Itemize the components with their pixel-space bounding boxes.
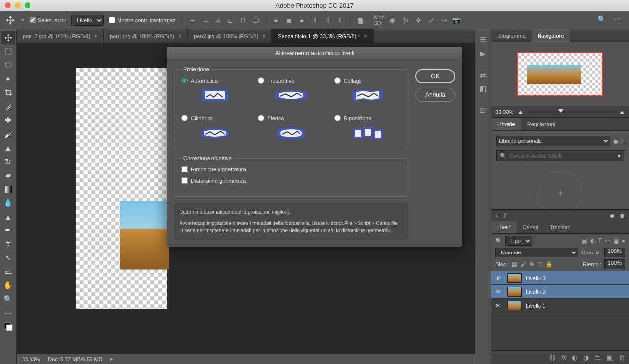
- path-select-tool[interactable]: ↖: [1, 252, 15, 264]
- paths-tab[interactable]: Tracciati: [544, 221, 576, 233]
- search-icon[interactable]: 🔍: [598, 15, 607, 25]
- projection-cylindrical-radio[interactable]: Cilindrica: [181, 115, 248, 121]
- layer-thumbnail[interactable]: [507, 273, 522, 283]
- clone-tool[interactable]: ▲: [1, 141, 15, 154]
- auto-align-icon[interactable]: ▦: [356, 15, 365, 25]
- add-library-item-icon[interactable]: +: [495, 213, 498, 219]
- projection-perspective-radio[interactable]: Prospettiva: [258, 77, 324, 84]
- lasso-tool[interactable]: [1, 59, 15, 72]
- color-panel-icon[interactable]: ◧: [479, 84, 486, 93]
- dodge-tool[interactable]: ▲: [1, 210, 15, 223]
- zoom-tool[interactable]: 🔍: [1, 293, 15, 306]
- eraser-tool[interactable]: ▰: [1, 169, 15, 182]
- adjustments-tab[interactable]: Regolazioni: [521, 118, 561, 130]
- list-view-icon[interactable]: ≡: [621, 138, 624, 144]
- link-layers-icon[interactable]: ⛓: [549, 354, 555, 361]
- distribute-bottom-icon[interactable]: ≡: [297, 15, 307, 25]
- marquee-tool[interactable]: [1, 45, 15, 58]
- geometric-checkbox[interactable]: Distorsione geometrica: [181, 177, 401, 184]
- layer-row[interactable]: 👁 Livello 2: [491, 285, 629, 299]
- actions-panel-icon[interactable]: ▶: [480, 49, 486, 58]
- filter-img-icon[interactable]: ▣: [582, 237, 587, 244]
- trash-icon[interactable]: 🗑: [620, 213, 625, 219]
- library-dropzone[interactable]: +: [538, 171, 582, 215]
- trash-icon[interactable]: 🗑: [619, 354, 625, 361]
- align-vcenter-icon[interactable]: ⫠: [200, 15, 210, 25]
- visibility-icon[interactable]: 👁: [495, 289, 503, 295]
- distribute-top-icon[interactable]: ≡: [271, 15, 281, 25]
- zoom-in-icon[interactable]: ▲: [619, 108, 625, 115]
- layer-row[interactable]: 👁 Livello 1: [491, 299, 629, 312]
- projection-spherical-radio[interactable]: Sferica: [258, 115, 324, 121]
- chevron-down-icon[interactable]: ▼: [21, 18, 25, 22]
- projection-collage-radio[interactable]: Collage: [334, 77, 401, 84]
- projection-reposition-radio[interactable]: Riposiziona: [334, 115, 401, 121]
- navigator-zoom-value[interactable]: 33,33%: [495, 109, 513, 115]
- align-left-icon[interactable]: ⊏: [226, 15, 236, 25]
- layer-name[interactable]: Livello 1: [526, 303, 545, 308]
- adjustment-layer-icon[interactable]: ◑: [583, 354, 589, 361]
- show-transform-checkbox[interactable]: Mostra contr. trasformaz.: [109, 17, 177, 23]
- layer-filter-kind[interactable]: Tipo: [505, 236, 532, 246]
- projection-auto-radio[interactable]: Automatica: [181, 77, 248, 84]
- fx-icon[interactable]: fx: [561, 354, 566, 361]
- libraries-tab[interactable]: Librerie: [491, 118, 521, 130]
- healing-tool[interactable]: ✚: [1, 114, 15, 127]
- align-top-icon[interactable]: ⫟: [187, 15, 197, 25]
- auto-select-checkbox[interactable]: Selez. auto:: [30, 17, 66, 23]
- blend-mode-select[interactable]: Normale: [495, 248, 578, 257]
- library-search-input[interactable]: [509, 153, 615, 159]
- doc-tab[interactable]: pan2.jpg @ 100% (RGB/8)×: [188, 29, 272, 43]
- eyedropper-tool[interactable]: [1, 100, 15, 113]
- filter-adj-icon[interactable]: ◐: [590, 237, 595, 244]
- document-canvas[interactable]: [76, 68, 167, 309]
- library-search[interactable]: 🔍 ▾: [496, 150, 624, 161]
- swap-panel-icon[interactable]: ⇄: [480, 71, 486, 80]
- cloud-icon[interactable]: ◉: [610, 212, 615, 219]
- lock-position-icon[interactable]: ✥: [529, 261, 534, 268]
- filter-smart-icon[interactable]: ▦: [613, 237, 619, 244]
- close-tab-icon[interactable]: ×: [178, 33, 181, 40]
- opacity-value[interactable]: 100%: [604, 248, 625, 257]
- align-right-icon[interactable]: ⊐: [251, 15, 261, 25]
- filter-shape-icon[interactable]: ▭: [605, 237, 610, 244]
- properties-panel-icon[interactable]: ⊟: [480, 106, 486, 115]
- zoom-out-icon[interactable]: ▲: [517, 108, 524, 115]
- close-tab-icon[interactable]: ×: [364, 33, 367, 40]
- workspace-icon[interactable]: ▭: [614, 15, 624, 25]
- grid-view-icon[interactable]: ▦: [613, 138, 618, 144]
- histogram-tab[interactable]: Istogramma: [491, 29, 532, 42]
- brush-tool[interactable]: 🖌: [1, 128, 15, 140]
- lock-all-icon[interactable]: 🔒: [545, 261, 553, 268]
- cancel-button[interactable]: Annulla: [415, 88, 455, 102]
- filter-type-icon[interactable]: T: [598, 237, 601, 244]
- layers-tab[interactable]: Livelli: [491, 221, 517, 233]
- zoom-slider[interactable]: [528, 111, 615, 113]
- navigator-thumbnail[interactable]: [517, 52, 603, 96]
- upload-icon[interactable]: ⤴: [503, 213, 506, 219]
- mask-icon[interactable]: ◐: [572, 354, 577, 361]
- chevron-down-icon[interactable]: ▾: [618, 153, 621, 159]
- lock-artboard-icon[interactable]: ▢: [537, 261, 542, 268]
- lock-pixels-icon[interactable]: ▩: [512, 261, 517, 268]
- fill-value[interactable]: 100%: [604, 259, 625, 269]
- align-bottom-icon[interactable]: ⫡: [213, 15, 223, 25]
- close-tab-icon[interactable]: ×: [94, 33, 97, 40]
- visibility-icon[interactable]: 👁: [495, 303, 503, 308]
- distribute-vcenter-icon[interactable]: ≣: [284, 15, 294, 25]
- crop-tool[interactable]: [1, 86, 15, 99]
- gradient-tool[interactable]: [1, 183, 15, 196]
- history-brush-tool[interactable]: ↻: [1, 155, 15, 168]
- distribute-left-icon[interactable]: ⦀: [310, 15, 320, 25]
- align-hcenter-icon[interactable]: ⊓: [239, 15, 248, 25]
- quick-select-tool[interactable]: ✦: [1, 73, 15, 85]
- ok-button[interactable]: OK: [415, 69, 455, 83]
- zoom-readout[interactable]: 33,33%: [22, 356, 40, 362]
- vignette-checkbox[interactable]: Rimozione vignettatura: [181, 166, 401, 172]
- layer-thumbnail[interactable]: [507, 301, 522, 310]
- filter-toggle-icon[interactable]: ●: [622, 237, 625, 244]
- hand-tool[interactable]: ✋: [1, 279, 15, 292]
- channels-tab[interactable]: Canali: [517, 221, 544, 233]
- new-layer-icon[interactable]: ▣: [607, 354, 613, 361]
- edit-toolbar-icon[interactable]: ⋯: [1, 307, 15, 319]
